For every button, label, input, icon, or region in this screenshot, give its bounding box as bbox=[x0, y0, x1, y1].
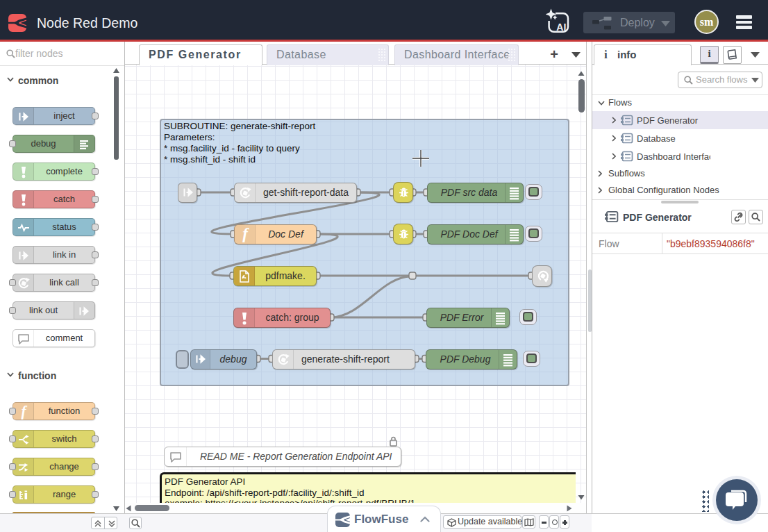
svg-text:AI: AI bbox=[556, 22, 566, 33]
